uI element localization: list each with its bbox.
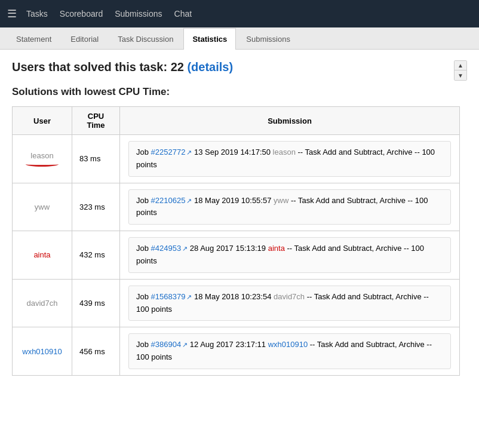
subnav: Statement Editorial Task Discussion Stat… [0,27,479,50]
table-row-sub-1: Job #2210625↗ 18 May 2019 10:55:57 yww -… [120,183,460,231]
user-link-3[interactable]: david7ch [26,299,57,308]
job-link-3[interactable]: #1568379 [151,292,186,301]
nav-submissions[interactable]: Submissions [115,9,162,19]
external-link-icon-4: ↗ [182,341,188,348]
table-row-user-3: david7ch [13,279,72,327]
job-link-0[interactable]: #2252772 [151,148,186,157]
table-row-sub-0: Job #2252772↗ 13 Sep 2019 14:17:50 leaso… [120,135,460,183]
topnav: ☰ Tasks Scoreboard Submissions Chat [0,0,479,27]
table-row-cpu-2: 432 ms [72,231,120,280]
table-row-user-0: leason [13,135,72,183]
table-row-user-2: ainta [13,231,72,280]
tab-submissions[interactable]: Submissions [237,28,299,50]
external-link-icon-0: ↗ [186,149,192,156]
job-link-1[interactable]: #2210625 [151,196,186,205]
table-row-cpu-4: 456 ms [72,327,120,376]
scroll-arrows: ▲ ▼ [454,60,467,81]
col-header-user: User [13,107,72,135]
table-row-sub-2: Job #424953↗ 28 Aug 2017 15:13:19 ainta … [120,231,460,280]
tab-statistics[interactable]: Statistics [183,28,236,50]
table-row-user-4: wxh010910 [13,327,72,376]
scroll-up-button[interactable]: ▲ [455,61,466,70]
user-squiggle-0 [26,162,59,167]
sub-user-link-1[interactable]: yww [274,196,288,205]
tab-task-discussion[interactable]: Task Discussion [109,28,182,50]
main-content: ▲ ▼ Users that solved this task: 22 (det… [0,50,479,448]
sub-user-link-0[interactable]: leason [273,148,296,157]
external-link-icon-3: ↗ [186,293,192,300]
submission-box-4: Job #386904↗ 12 Aug 2017 23:17:11 wxh010… [128,333,451,369]
table-row-cpu-3: 439 ms [72,279,120,327]
hamburger-icon[interactable]: ☰ [7,7,17,20]
nav-scoreboard[interactable]: Scoreboard [60,9,103,19]
section-title: Solutions with lowest CPU Time: [12,86,467,98]
scroll-down-button[interactable]: ▼ [455,70,466,80]
table-row-cpu-0: 83 ms [72,135,120,183]
submission-box-3: Job #1568379↗ 18 May 2018 10:23:54 david… [128,286,451,321]
submission-box-0: Job #2252772↗ 13 Sep 2019 14:17:50 leaso… [128,141,451,177]
user-link-0[interactable]: leason [30,151,53,160]
user-link-2[interactable]: ainta [33,250,50,259]
nav-chat[interactable]: Chat [174,9,192,19]
users-solved-text: Users that solved this task: 22 [12,60,184,73]
submission-box-2: Job #424953↗ 28 Aug 2017 15:13:19 ainta … [128,237,451,273]
user-link-1[interactable]: yww [35,202,50,211]
table-row-sub-3: Job #1568379↗ 18 May 2018 10:23:54 david… [120,279,460,327]
submission-box-1: Job #2210625↗ 18 May 2019 10:55:57 yww -… [128,189,451,225]
job-link-4[interactable]: #386904 [151,340,182,349]
details-link[interactable]: (details) [187,60,233,73]
table-row-sub-4: Job #386904↗ 12 Aug 2017 23:17:11 wxh010… [120,327,460,376]
sub-user-link-4[interactable]: wxh010910 [268,340,308,349]
sub-user-link-2[interactable]: ainta [268,244,285,253]
nav-tasks[interactable]: Tasks [26,9,48,19]
table-row-user-1: yww [13,183,72,231]
user-link-4[interactable]: wxh010910 [22,347,62,356]
solutions-table: User CPU Time Submission leason83 msJob … [12,106,460,376]
sub-user-link-3[interactable]: david7ch [274,292,305,301]
external-link-icon-2: ↗ [182,245,188,252]
tab-editorial[interactable]: Editorial [62,28,108,50]
col-header-cpu: CPU Time [72,107,120,135]
col-header-submission: Submission [120,107,460,135]
job-link-2[interactable]: #424953 [151,244,182,253]
users-solved-heading: Users that solved this task: 22 (details… [12,60,467,74]
external-link-icon-1: ↗ [186,197,192,204]
table-row-cpu-1: 323 ms [72,183,120,231]
tab-statement[interactable]: Statement [7,28,60,50]
